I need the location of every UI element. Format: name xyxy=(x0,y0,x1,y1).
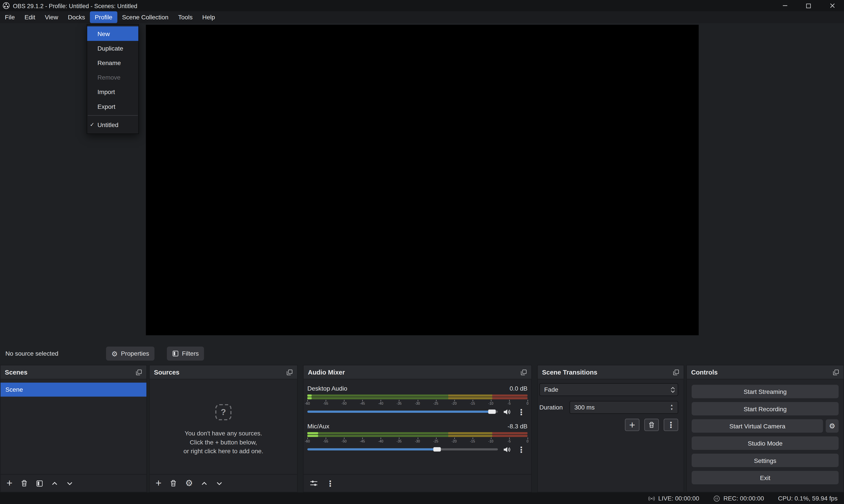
transition-options-button[interactable]: ⋮ xyxy=(664,419,678,431)
duration-spinbox[interactable]: 300 ms ▲▼ xyxy=(570,401,678,414)
mixer-options-button[interactable]: ⋮ xyxy=(326,479,335,487)
menu-docks[interactable]: Docks xyxy=(63,11,90,23)
menu-help[interactable]: Help xyxy=(197,11,220,23)
properties-button[interactable]: ⚙ Properties xyxy=(106,347,155,361)
menu-profile[interactable]: Profile xyxy=(90,11,117,23)
menu-edit[interactable]: Edit xyxy=(20,11,40,23)
advanced-audio-button[interactable] xyxy=(309,479,318,487)
channel-options-button[interactable]: ⋮ xyxy=(517,408,525,416)
chevron-down-icon xyxy=(66,480,73,487)
scenes-dock: Scenes Scene + xyxy=(0,365,147,492)
scene-transitions-body: Fade Duration 300 ms ▲▼ + xyxy=(538,379,684,492)
volume-slider-handle[interactable] xyxy=(488,410,496,414)
live-status: LIVE: 00:00:00 xyxy=(648,495,699,502)
channel-db-value: 0.0 dB xyxy=(509,385,527,392)
add-scene-button[interactable]: + xyxy=(6,480,12,487)
volume-meter xyxy=(307,395,527,399)
sources-dock: Sources ? You don't have any sources. Cl… xyxy=(149,365,298,492)
move-source-up-button[interactable] xyxy=(201,480,208,487)
controls-dock-title: Controls xyxy=(691,368,718,376)
mute-button[interactable] xyxy=(503,445,511,453)
duration-label: Duration xyxy=(539,404,570,411)
profile-menu-rename[interactable]: Rename xyxy=(87,55,139,70)
dock-area: Scenes Scene + xyxy=(0,365,844,492)
minimize-button[interactable] xyxy=(773,0,797,11)
filters-button[interactable]: Filters xyxy=(167,347,204,361)
controls-body: Start Streaming Start Recording Start Vi… xyxy=(687,379,843,492)
profile-menu-export[interactable]: Export xyxy=(87,99,139,113)
menu-scene-collection[interactable]: Scene Collection xyxy=(117,11,173,23)
move-scene-up-button[interactable] xyxy=(51,480,58,487)
volume-slider[interactable] xyxy=(307,407,498,416)
volume-slider[interactable] xyxy=(307,445,498,454)
menu-view[interactable]: View xyxy=(40,11,63,23)
remove-source-button[interactable] xyxy=(169,480,177,487)
add-source-button[interactable]: + xyxy=(156,480,162,487)
trash-icon xyxy=(20,480,28,487)
scenes-toolbar: + xyxy=(0,474,146,492)
profile-menu-new[interactable]: New xyxy=(87,26,139,41)
source-toolbar: No source selected ⚙ Properties Filters xyxy=(0,345,844,362)
move-source-down-button[interactable] xyxy=(216,480,223,487)
menu-tools[interactable]: Tools xyxy=(173,11,197,23)
profile-dropdown-menu: New Duplicate Rename Remove Import Expor… xyxy=(87,24,139,134)
studio-mode-button[interactable]: Studio Mode xyxy=(692,436,839,450)
profile-menu-duplicate[interactable]: Duplicate xyxy=(87,41,139,55)
popout-icon[interactable] xyxy=(673,369,679,375)
trash-icon xyxy=(648,421,655,428)
mixer-channel-mic-aux: Mic/Aux -8.3 dB -60-55-50-45-40-35-30-25… xyxy=(307,421,527,454)
menu-file[interactable]: File xyxy=(0,11,20,23)
audio-mixer-body: Desktop Audio 0.0 dB -60-55-50-45-40-35-… xyxy=(304,379,532,492)
scene-filters-button[interactable] xyxy=(36,480,43,487)
spinbox-arrows[interactable]: ▲▼ xyxy=(668,402,676,413)
close-button[interactable] xyxy=(820,0,844,11)
obs-logo-icon xyxy=(3,2,10,9)
settings-button[interactable]: Settings xyxy=(692,454,839,467)
start-recording-button[interactable]: Start Recording xyxy=(692,402,839,415)
audio-mixer-dock-header: Audio Mixer xyxy=(304,365,532,379)
question-mark-icon: ? xyxy=(215,404,231,420)
scene-list-item[interactable]: Scene xyxy=(0,383,146,397)
remove-transition-button[interactable] xyxy=(644,419,659,431)
profile-menu-import[interactable]: Import xyxy=(87,85,139,99)
volume-meter xyxy=(307,432,527,437)
gear-icon: ⚙ xyxy=(111,350,118,357)
volume-slider-handle[interactable] xyxy=(433,447,441,452)
advanced-audio-icon xyxy=(309,479,318,487)
trash-icon xyxy=(169,480,177,487)
source-properties-button[interactable]: ⚙ xyxy=(185,479,193,487)
source-status-text: No source selected xyxy=(5,345,58,362)
popout-icon[interactable] xyxy=(521,369,527,375)
maximize-button[interactable] xyxy=(797,0,821,11)
start-virtual-camera-button[interactable]: Start Virtual Camera xyxy=(692,419,823,433)
start-streaming-button[interactable]: Start Streaming xyxy=(692,385,839,398)
popout-icon[interactable] xyxy=(286,369,293,375)
sources-toolbar: + ⚙ xyxy=(150,474,297,492)
gear-icon: ⚙ xyxy=(829,422,836,430)
channel-options-button[interactable]: ⋮ xyxy=(517,445,525,453)
scenes-dock-title: Scenes xyxy=(5,368,28,376)
status-bar: LIVE: 00:00:00 REC: 00:00:00 CPU: 0.1%, … xyxy=(0,492,844,504)
channel-name: Mic/Aux xyxy=(307,423,329,429)
transition-select[interactable]: Fade xyxy=(539,383,678,396)
move-scene-down-button[interactable] xyxy=(66,480,73,487)
profile-menu-remove: Remove xyxy=(87,70,139,85)
chevron-up-icon xyxy=(51,480,58,487)
filters-icon xyxy=(172,350,179,357)
profile-menu-untitled[interactable]: ✓ Untitled xyxy=(87,118,139,132)
sources-dock-header: Sources xyxy=(150,365,297,379)
add-transition-button[interactable]: + xyxy=(625,419,640,431)
sources-list[interactable]: ? You don't have any sources. Click the … xyxy=(150,379,297,492)
chevron-down-icon xyxy=(216,480,223,487)
remove-scene-button[interactable] xyxy=(20,480,28,487)
popout-icon[interactable] xyxy=(833,369,839,375)
scene-filters-icon xyxy=(36,480,43,487)
virtual-camera-settings-button[interactable]: ⚙ xyxy=(826,419,839,433)
mute-button[interactable] xyxy=(503,408,511,416)
exit-button[interactable]: Exit xyxy=(692,471,839,484)
chevron-up-icon xyxy=(201,480,208,487)
popout-icon[interactable] xyxy=(136,369,142,375)
controls-dock-header: Controls xyxy=(687,365,843,379)
cpu-stats: CPU: 0.1%, 59.94 fps xyxy=(778,495,838,501)
controls-dock: Controls Start Streaming Start Recording… xyxy=(686,365,844,492)
